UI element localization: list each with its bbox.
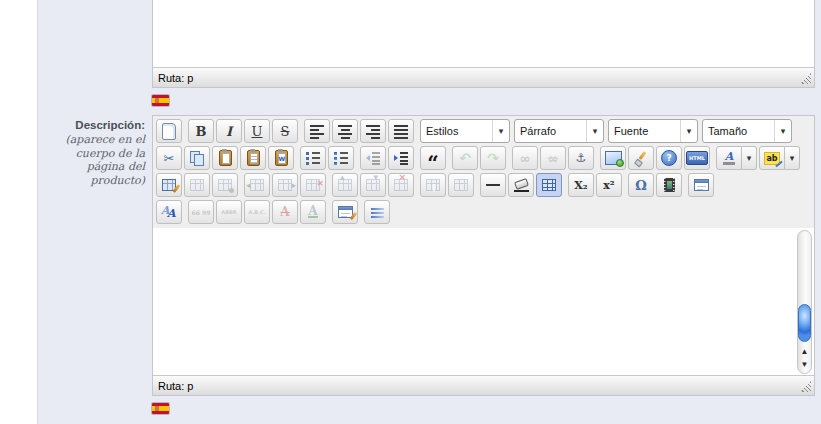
- font-size-select[interactable]: Tamaño▾: [702, 119, 792, 143]
- abbreviation-icon: ABBR: [221, 209, 236, 215]
- paste-from-word-button[interactable]: [268, 146, 294, 170]
- citation-icon: 66 99: [192, 209, 211, 216]
- edit-css-style-button[interactable]: [156, 200, 182, 224]
- deletion-button: A: [272, 200, 298, 224]
- highlight-color-button[interactable]: ab: [759, 146, 785, 170]
- highlight-color-menu-button[interactable]: ▾: [785, 146, 800, 170]
- cut-button[interactable]: ✂: [156, 146, 182, 170]
- paragraph-format-select[interactable]: Párrafo▾: [514, 119, 604, 143]
- remove-formatting-button[interactable]: [508, 173, 534, 197]
- ordered-list-button[interactable]: [328, 146, 354, 170]
- subscript-button[interactable]: X₂: [568, 173, 594, 197]
- horizontal-rule-icon: [486, 184, 500, 186]
- unordered-list-button[interactable]: [300, 146, 326, 170]
- italic-button[interactable]: I: [216, 119, 242, 143]
- cleanup-code-button[interactable]: [628, 146, 654, 170]
- html-source-button[interactable]: HTML: [684, 146, 710, 170]
- toolbar-group: [364, 200, 390, 224]
- insert-media-button[interactable]: [656, 173, 682, 197]
- paste-from-word-icon: [275, 150, 288, 166]
- bold-button[interactable]: B: [188, 119, 214, 143]
- font-family-select[interactable]: Fuente▾: [608, 119, 698, 143]
- toolbar-group: ?HTML: [600, 146, 710, 170]
- toolbar-group: [156, 173, 238, 197]
- toolbar-group: [304, 119, 414, 143]
- toolbar-group: ∞∞⚓: [512, 146, 594, 170]
- text-color-menu-button[interactable]: ▾: [742, 146, 757, 170]
- align-center-button[interactable]: [332, 119, 358, 143]
- undo-icon: ↶: [459, 151, 471, 165]
- table-cell-properties-button: [212, 173, 238, 197]
- chevron-down-icon: ▾: [747, 154, 752, 163]
- insert-column-after-icon: [366, 179, 380, 191]
- redo-button: ↷: [480, 146, 506, 170]
- align-right-button[interactable]: [360, 119, 386, 143]
- paste-button[interactable]: [212, 146, 238, 170]
- toggle-guidelines-button[interactable]: [536, 173, 562, 197]
- blockquote-button[interactable]: “: [420, 146, 446, 170]
- insert-image-button[interactable]: [600, 146, 626, 170]
- italic-icon: I: [226, 124, 232, 139]
- superscript-icon: x²: [603, 179, 614, 192]
- toolbar-group: [480, 173, 562, 197]
- toolbar-group: Ω: [628, 173, 682, 197]
- edit-attributes-button[interactable]: [332, 200, 358, 224]
- edit-css-style-icon: [161, 205, 177, 219]
- toolbar-group: [244, 173, 326, 197]
- deletion-icon: A: [280, 205, 289, 219]
- toolbar-group: [688, 173, 714, 197]
- chevron-down-icon[interactable]: ▾: [586, 120, 603, 142]
- underline-button[interactable]: U: [244, 119, 270, 143]
- anchor-button[interactable]: ⚓: [568, 146, 594, 170]
- insert-image-icon: [605, 151, 622, 165]
- new-document-button[interactable]: [156, 119, 182, 143]
- description-editor-content[interactable]: ▲ ▼: [153, 228, 814, 375]
- toolbar-row: BIUSEstilos▾Párrafo▾Fuente▾Tamaño▾: [156, 119, 814, 143]
- resize-handle[interactable]: [800, 381, 811, 392]
- insert-table-button[interactable]: [156, 173, 182, 197]
- scroll-down-icon[interactable]: ▼: [801, 358, 809, 371]
- copy-button[interactable]: [184, 146, 210, 170]
- top-editor-statusbar: Ruta: p: [153, 67, 814, 87]
- remove-formatting-icon: [514, 179, 529, 192]
- highlight-color-split-button: ab▾: [759, 146, 800, 170]
- description-editor: BIUSEstilos▾Párrafo▾Fuente▾Tamaño▾✂“↶↷∞∞…: [152, 115, 815, 396]
- toolbar-group: ↶↷: [452, 146, 506, 170]
- strikethrough-button[interactable]: S: [272, 119, 298, 143]
- styles-select[interactable]: Estilos▾: [420, 119, 510, 143]
- blockquote-icon: “: [427, 151, 439, 170]
- toolbar-group: [360, 146, 414, 170]
- paste-as-text-button[interactable]: [240, 146, 266, 170]
- horizontal-rule-button[interactable]: [480, 173, 506, 197]
- superscript-button[interactable]: x²: [596, 173, 622, 197]
- align-justify-button[interactable]: [388, 119, 414, 143]
- chevron-down-icon[interactable]: ▾: [774, 120, 791, 142]
- paragraph-format-value: Párrafo: [515, 125, 586, 137]
- anchor-icon: ⚓: [576, 152, 587, 164]
- align-right-icon: [366, 124, 380, 139]
- scrollbar-thumb[interactable]: [798, 304, 811, 342]
- indent-button[interactable]: [388, 146, 414, 170]
- special-character-button[interactable]: Ω: [628, 173, 654, 197]
- visual-characters-button[interactable]: [364, 200, 390, 224]
- scrollbar[interactable]: ▲ ▼: [797, 230, 812, 374]
- font-size-value: Tamaño: [703, 125, 774, 137]
- help-button[interactable]: ?: [656, 146, 682, 170]
- insert-template-button[interactable]: [688, 173, 714, 197]
- table-cell-properties-icon: [218, 179, 232, 191]
- insertion-button: A: [300, 200, 326, 224]
- editor-toolbar: BIUSEstilos▾Párrafo▾Fuente▾Tamaño▾✂“↶↷∞∞…: [153, 116, 814, 228]
- description-editor-statusbar: Ruta: p: [153, 375, 814, 395]
- outdent-button: [360, 146, 386, 170]
- text-color-button[interactable]: A: [716, 146, 742, 170]
- copy-icon: [190, 151, 205, 166]
- chevron-down-icon[interactable]: ▾: [680, 120, 697, 142]
- field-title: Descripción:: [36, 119, 145, 131]
- chevron-down-icon[interactable]: ▾: [492, 120, 509, 142]
- align-left-button[interactable]: [304, 119, 330, 143]
- top-editor-content[interactable]: [153, 0, 814, 67]
- scroll-up-icon[interactable]: ▲: [801, 345, 809, 358]
- resize-handle[interactable]: [800, 73, 811, 84]
- insert-row-after-icon: [278, 179, 292, 191]
- align-justify-icon: [394, 124, 408, 139]
